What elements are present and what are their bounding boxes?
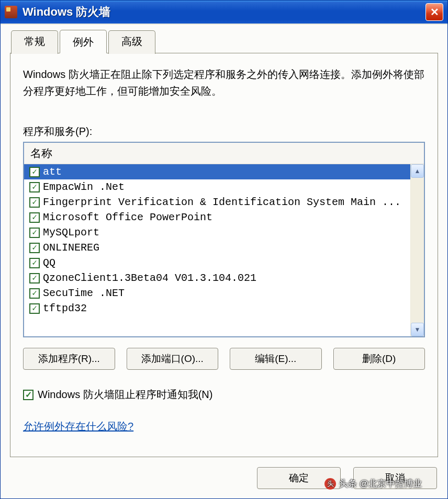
scroll-down-button[interactable]: ▼ — [411, 323, 424, 336]
add-port-button[interactable]: 添加端口(O)... — [127, 348, 219, 370]
item-checkbox[interactable] — [29, 258, 40, 268]
tab-panel-exceptions: Windows 防火墙正在阻止除下列选定程序和服务之外的传入网络连接。添加例外将… — [10, 53, 438, 457]
ok-button[interactable]: 确定 — [257, 467, 341, 489]
edit-button[interactable]: 编辑(E)... — [230, 348, 322, 370]
tab-general[interactable]: 常规 — [11, 30, 58, 54]
item-checkbox[interactable] — [29, 303, 40, 314]
tab-strip: 常规 例外 高级 — [1, 25, 447, 53]
item-label: MySQLport — [43, 226, 99, 239]
close-icon: ✕ — [430, 6, 439, 18]
item-checkbox[interactable] — [29, 197, 40, 208]
description-text: Windows 防火墙正在阻止除下列选定程序和服务之外的传入网络连接。添加例外将… — [23, 66, 425, 99]
item-label: tftpd32 — [43, 302, 87, 314]
item-label: att — [43, 166, 62, 178]
column-header-name[interactable]: 名称 — [24, 143, 424, 164]
item-checkbox[interactable] — [29, 182, 40, 192]
dialog-content: 常规 例外 高级 Windows 防火墙正在阻止除下列选定程序和服务之外的传入网… — [1, 24, 447, 498]
list-item[interactable]: MySQLport — [24, 225, 410, 240]
item-checkbox[interactable] — [29, 288, 40, 299]
list-item[interactable]: Fingerprint Verification & Identificatio… — [24, 195, 410, 210]
item-checkbox[interactable] — [29, 167, 40, 177]
tab-exceptions[interactable]: 例外 — [60, 30, 107, 53]
action-buttons-row: 添加程序(R)... 添加端口(O)... 编辑(E)... 删除(D) — [23, 348, 425, 370]
item-label: Microsoft Office PowerPoint — [43, 211, 212, 223]
chevron-down-icon: ▼ — [415, 326, 421, 333]
scroll-track[interactable] — [411, 178, 424, 323]
item-checkbox[interactable] — [29, 228, 40, 238]
risk-link[interactable]: 允许例外存在什么风险? — [23, 419, 425, 434]
scroll-up-button[interactable]: ▲ — [411, 164, 424, 178]
notify-label: Windows 防火墙阻止程序时通知我(N) — [38, 388, 212, 402]
tab-advanced[interactable]: 高级 — [108, 30, 155, 54]
item-label: Fingerprint Verification & Identificatio… — [43, 196, 401, 208]
window-title: Windows 防火墙 — [23, 4, 110, 20]
list-item[interactable]: att — [24, 164, 410, 179]
delete-button[interactable]: 删除(D) — [333, 348, 425, 370]
cancel-button[interactable]: 取消 — [353, 467, 437, 489]
scrollbar[interactable]: ▲ ▼ — [410, 164, 424, 336]
close-button[interactable]: ✕ — [425, 3, 443, 21]
list-item[interactable]: SecuTime .NET — [24, 286, 410, 301]
item-label: QzoneClient1.3Beta04 V01.3.104.021 — [43, 272, 256, 284]
titlebar[interactable]: Windows 防火墙 ✕ — [1, 1, 447, 24]
list-item[interactable]: QQ — [24, 255, 410, 270]
item-label: ONLINEREG — [43, 242, 99, 254]
footer-buttons: 确定 取消 — [1, 467, 447, 498]
list-item[interactable]: QzoneClient1.3Beta04 V01.3.104.021 — [24, 270, 410, 286]
item-label: QQ — [43, 257, 55, 269]
notify-row: Windows 防火墙阻止程序时通知我(N) — [23, 388, 425, 402]
list-items-container: attEmpacWin .NetFingerprint Verification… — [24, 164, 410, 336]
firewall-icon — [5, 6, 17, 18]
programs-listbox[interactable]: 名称 attEmpacWin .NetFingerprint Verificat… — [23, 142, 425, 337]
item-checkbox[interactable] — [29, 243, 40, 253]
item-label: SecuTime .NET — [43, 287, 125, 299]
item-checkbox[interactable] — [29, 273, 40, 283]
firewall-window: Windows 防火墙 ✕ 常规 例外 高级 Windows 防火墙正在阻止除下… — [0, 0, 448, 499]
list-item[interactable]: Microsoft Office PowerPoint — [24, 210, 410, 225]
item-label: EmpacWin .Net — [43, 181, 125, 193]
add-program-button[interactable]: 添加程序(R)... — [23, 348, 115, 370]
chevron-up-icon: ▲ — [415, 167, 421, 175]
list-item[interactable]: tftpd32 — [24, 301, 410, 316]
notify-checkbox[interactable] — [23, 390, 33, 400]
list-label: 程序和服务(P): — [23, 124, 425, 139]
item-checkbox[interactable] — [29, 212, 40, 223]
list-item[interactable]: EmpacWin .Net — [24, 179, 410, 195]
list-item[interactable]: ONLINEREG — [24, 240, 410, 255]
